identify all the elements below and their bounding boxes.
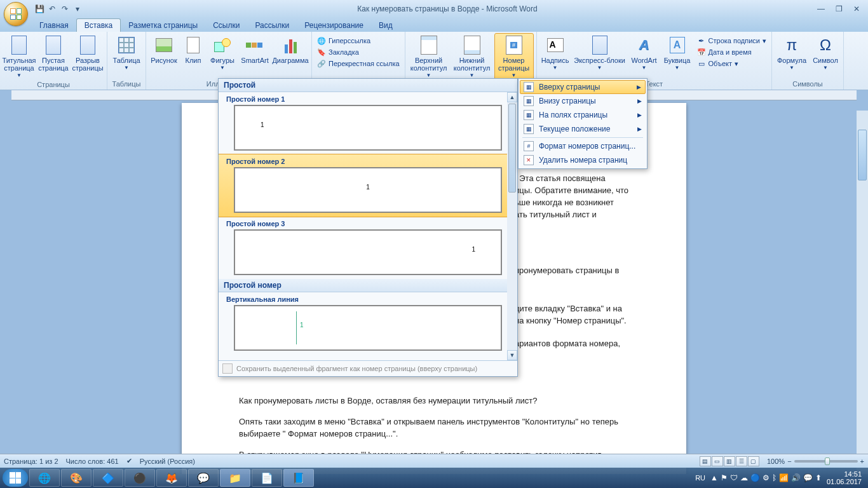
picture-button[interactable]: Рисунок — [149, 33, 179, 66]
save-selection-icon — [222, 363, 233, 374]
close-button[interactable]: ✕ — [848, 3, 865, 15]
status-language[interactable]: Русский (Россия) — [140, 458, 195, 465]
status-spellcheck[interactable]: ✔ — [126, 457, 132, 465]
menu-format-page-numbers[interactable]: #Формат номеров страниц... — [520, 139, 646, 153]
tray-icon[interactable]: ⬆ — [815, 473, 822, 482]
view-full-screen[interactable]: ▭ — [712, 456, 723, 466]
tray-icon[interactable]: 💬 — [803, 473, 813, 482]
gallery-item-plain-3[interactable]: 1 — [234, 229, 502, 275]
bookmark-button[interactable]: 🔖Закладка — [315, 47, 402, 57]
chart-button[interactable]: Диаграмма — [272, 33, 309, 66]
blank-page-button[interactable]: Пустая страница — [37, 33, 70, 74]
equation-button[interactable]: πФормула▼ — [775, 33, 809, 72]
tray-language[interactable]: RU — [695, 474, 705, 482]
taskbar-viber[interactable]: 💬 — [188, 469, 219, 487]
gallery-scrollbar[interactable]: ▲ ▼ — [507, 92, 517, 360]
tab-mailings[interactable]: Рассылки — [247, 19, 297, 32]
menu-current-position[interactable]: ▦Текущее положение▶ — [520, 122, 646, 136]
menu-top-of-page[interactable]: ▦Вверху страницы▶ — [520, 80, 646, 94]
zoom-out-button[interactable]: − — [787, 458, 791, 465]
tab-references[interactable]: Ссылки — [205, 19, 247, 32]
zoom-in-button[interactable]: + — [860, 458, 864, 465]
chevron-right-icon: ▶ — [637, 84, 641, 90]
view-outline[interactable]: ☰ — [736, 456, 747, 466]
tab-page-layout[interactable]: Разметка страницы — [121, 19, 205, 32]
start-button[interactable] — [3, 469, 28, 487]
minimize-button[interactable]: — — [812, 3, 830, 15]
dropcap-button[interactable]: AБуквица▼ — [661, 33, 693, 72]
scrollbar-thumb[interactable] — [508, 104, 516, 193]
tray-icon[interactable]: ⚑ — [721, 473, 728, 482]
footer-button[interactable]: Нижний колонтитул▼ — [451, 33, 493, 80]
tab-home[interactable]: Главная — [32, 19, 76, 32]
page-number-button[interactable]: #Номер страницы▼ — [494, 33, 534, 80]
taskbar-word[interactable]: 📘 — [283, 469, 314, 487]
body-text: ьше никогда не возникнет — [515, 197, 629, 209]
tray-network-icon[interactable]: 📶 — [779, 473, 789, 482]
taskbar-notepad[interactable]: 📄 — [252, 469, 282, 487]
tray-icon[interactable]: 🛡 — [730, 473, 738, 482]
redo-icon[interactable]: ↷ — [60, 4, 70, 14]
view-web-layout[interactable]: ▥ — [724, 456, 735, 466]
quickparts-button[interactable]: Экспресс-блоки▼ — [573, 33, 627, 72]
scrollbar-thumb[interactable] — [858, 130, 867, 180]
taskbar-paint[interactable]: 🎨 — [61, 469, 92, 487]
save-icon[interactable]: 💾 — [34, 4, 44, 14]
tab-review[interactable]: Рецензирование — [297, 19, 371, 32]
tab-insert[interactable]: Вставка — [76, 18, 121, 32]
vertical-scrollbar[interactable] — [857, 111, 868, 474]
table-button[interactable]: Таблица▼ — [110, 33, 143, 72]
tray-icon[interactable]: 🔵 — [750, 473, 760, 482]
tray-icon[interactable]: ☁ — [740, 473, 748, 482]
gallery-item-plain-1[interactable]: 1 — [234, 105, 502, 151]
header-button[interactable]: Верхний колонтитул▼ — [408, 33, 450, 80]
symbol-button[interactable]: ΩСимвол▼ — [810, 33, 841, 72]
smartart-button[interactable]: SmartArt — [239, 33, 271, 66]
gallery-item-vertical-line[interactable]: 1 — [234, 305, 502, 351]
maximize-button[interactable]: ❐ — [830, 3, 848, 15]
zoom-slider[interactable] — [794, 460, 858, 463]
status-page[interactable]: Страница: 1 из 2 — [4, 458, 58, 465]
tray-clock[interactable]: 14:51 01.06.2017 — [827, 470, 862, 485]
crossref-button[interactable]: 🔗Перекрестная ссылка — [315, 58, 402, 69]
tab-view[interactable]: Вид — [371, 19, 400, 32]
menu-remove-page-numbers[interactable]: ✕Удалить номера страниц — [520, 153, 646, 167]
undo-icon[interactable]: ↶ — [47, 4, 57, 14]
signature-line-button[interactable]: ✒Строка подписи ▾ — [695, 36, 769, 46]
view-print-layout[interactable]: ▤ — [700, 456, 711, 466]
tray-volume-icon[interactable]: 🔊 — [791, 473, 801, 482]
hyperlink-button[interactable]: 🌐Гиперссылка — [315, 36, 402, 46]
taskbar-explorer[interactable]: 📁 — [220, 469, 250, 487]
tray-bluetooth-icon[interactable]: ᛒ — [772, 473, 776, 482]
menu-page-margins[interactable]: ▦На полях страницы▶ — [520, 108, 646, 122]
page-current-icon: ▦ — [524, 124, 534, 134]
gallery-footer[interactable]: Сохранить выделенный фрагмент как номер … — [219, 360, 517, 376]
view-draft[interactable]: ▢ — [748, 456, 759, 466]
scroll-down-icon[interactable]: ▼ — [507, 350, 517, 360]
office-button[interactable] — [4, 2, 28, 26]
taskbar-chrome[interactable]: 🌐 — [29, 469, 60, 487]
gallery-item-label: Вертикальная линия — [222, 294, 513, 305]
gallery-item-plain-2[interactable]: 1 — [234, 167, 502, 213]
menu-bottom-of-page[interactable]: ▦Внизу страницы▶ — [520, 94, 646, 108]
clip-button[interactable]: Клип — [180, 33, 206, 66]
textbox-button[interactable]: Надпись▼ — [539, 33, 571, 72]
tray-icon[interactable]: ▲ — [710, 473, 718, 482]
taskbar-app1[interactable]: 🔷 — [93, 469, 123, 487]
page-break-button[interactable]: Разрыв страницы — [71, 33, 104, 74]
shapes-button[interactable]: Фигуры▼ — [207, 33, 238, 72]
object-button[interactable]: ▭Объект ▾ — [695, 58, 769, 69]
scroll-up-icon[interactable]: ▲ — [507, 92, 517, 102]
date-time-button[interactable]: 📅Дата и время — [695, 47, 769, 57]
zoom-label[interactable]: 100% — [767, 458, 785, 465]
qat-customize-icon[interactable]: ▾ — [72, 4, 83, 14]
calendar-icon: 📅 — [697, 48, 706, 57]
wordart-button[interactable]: AWordArt▼ — [628, 33, 660, 72]
zoom-thumb[interactable] — [825, 458, 830, 465]
taskbar-firefox[interactable]: 🦊 — [156, 469, 187, 487]
cover-page-button[interactable]: Титульная страница▼ — [3, 33, 36, 80]
taskbar-app2[interactable]: ⚫ — [125, 469, 155, 487]
tray-icon[interactable]: ⚙ — [763, 473, 770, 482]
gallery-item-label: Простой номер 2 — [222, 156, 513, 167]
status-words[interactable]: Число слов: 461 — [66, 458, 119, 465]
